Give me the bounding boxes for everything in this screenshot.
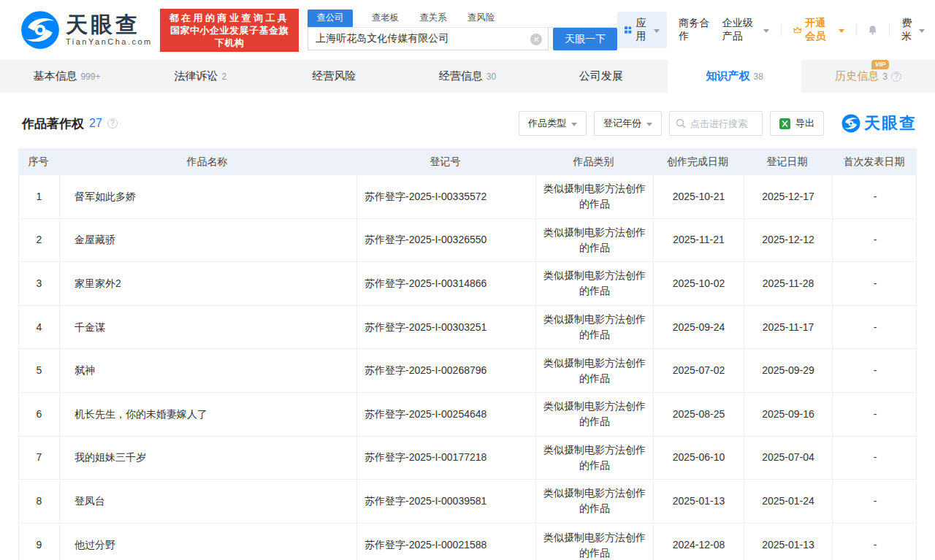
work-type-filter-label: 作品类型 [528,117,566,130]
table-cell: - [832,393,917,436]
table-cell: 3 [19,262,59,305]
excel-export-icon [779,118,790,129]
logo-brand-text: 天眼查 [66,14,153,36]
table-cell: - [832,480,917,523]
search-tab-company[interactable]: 查公司 [308,9,353,27]
table-cell: 2025-09-16 [744,393,832,436]
table-cell: 苏作登字-2025-I-00335572 [356,175,535,218]
user-menu[interactable]: 费米 [901,17,925,43]
tab-label: 基本信息 [33,69,77,83]
notifications-bell-icon[interactable] [868,23,877,37]
tab-operating-info[interactable]: 经营信息 30 [401,60,535,93]
table-row: 6机长先生，你的未婚妻嫁人了苏作登字-2025-I-00254648类似摄制电影… [19,393,916,437]
table-cell: 督军如此多娇 [59,175,356,218]
table-cell: 我的姐妹三千岁 [59,437,356,480]
tab-count: 30 [486,72,496,82]
promo-line-2: 国家中小企业发展子基金旗下机构 [167,24,291,49]
table-cell: 2025-07-04 [744,437,832,480]
tab-company-development[interactable]: 公司发展 [534,60,668,93]
work-type-filter[interactable]: 作品类型 [519,111,587,136]
table-cell: 苏作登字-2025-I-00314866 [356,262,535,305]
table-cell: 苏作登字-2025-I-00039581 [356,480,535,523]
watermark-logo: 天眼查 [842,112,917,134]
table-cell: 8 [19,480,59,523]
tab-label: 法律诉讼 [174,69,218,83]
search-button[interactable]: 天眼一下 [553,28,617,50]
apps-grid-icon [625,25,631,35]
section-count: 27 [89,117,102,130]
table-cell: 2024-12-08 [653,523,744,560]
tab-intellectual-property[interactable]: 知识产权 38 [668,60,801,93]
vip-membership-link[interactable]: 开通会员 [793,17,844,43]
main-content: 作品著作权 27 作品类型 登记年份 [0,110,935,560]
table-cell: 类似摄制电影方法创作的作品 [535,437,653,480]
table-row: 3家里家外2苏作登字-2025-I-00314866类似摄制电影方法创作的作品2… [19,262,916,306]
search-tab-boss[interactable]: 查老板 [370,9,401,27]
crown-icon [793,26,802,35]
tab-label: 经营风险 [312,69,356,83]
tab-count: 999+ [80,72,100,82]
tianyancha-logo-icon [20,10,60,50]
table-cell: 他过分野 [59,523,356,560]
table-cell: - [832,262,917,305]
table-cell: - [832,523,917,560]
table-cell: 类似摄制电影方法创作的作品 [535,175,653,218]
export-label: 导出 [795,117,814,130]
table-cell: 2025-11-17 [744,306,832,349]
table-cell: 2025-12-17 [744,175,832,218]
table-cell: 9 [19,523,59,560]
column-header: 登记日期 [743,148,831,175]
tab-label: 经营信息 [439,69,483,83]
top-nav: 应用 商务合作 企业级产品 开通会员 费米 [617,12,925,48]
apps-label: 应用 [636,17,650,43]
table-cell: 2025-06-10 [653,437,744,480]
table-cell: 2025-01-13 [653,480,744,523]
table-cell: 6 [19,393,59,436]
help-icon[interactable] [107,118,118,129]
chevron-down-icon [654,29,660,33]
enterprise-products-label: 企业级产品 [722,17,760,43]
tab-basic-info[interactable]: 基本信息 999+ [0,60,134,93]
table-cell: 苏作登字-2025-I-00303251 [356,306,535,349]
table-cell: - [832,306,917,349]
tab-legal-proceedings[interactable]: 法律诉讼 2 [134,60,267,93]
table-cell: 类似摄制电影方法创作的作品 [535,523,653,560]
table-cell: 类似摄制电影方法创作的作品 [535,349,653,392]
table-cell: 登凤台 [59,480,356,523]
enterprise-products-link[interactable]: 企业级产品 [722,17,769,43]
help-icon[interactable] [891,72,901,82]
nav-divider [781,24,782,36]
tab-history-info[interactable]: 历史信息 VIP 3 [801,60,935,93]
tab-count: 3 [882,72,888,82]
search-tab-risk[interactable]: 查风险 [466,9,497,27]
tianyancha-logo[interactable]: 天眼查 TianYanCha.com [20,10,153,50]
table-cell: 2025-01-24 [744,480,832,523]
table-cell: 类似摄制电影方法创作的作品 [535,262,653,305]
tab-operating-risk[interactable]: 经营风险 [267,60,401,93]
table-cell: 2025-09-24 [653,306,744,349]
table-search-box[interactable] [669,111,763,136]
table-row: 8登凤台苏作登字-2025-I-00039581类似摄制电影方法创作的作品202… [19,480,916,523]
column-header: 创作完成日期 [652,148,743,175]
watermark-text: 天眼查 [864,112,917,134]
table-cell: 2 [19,219,59,262]
table-row: 2金屋藏骄苏作登字-2025-I-00326550类似摄制电影方法创作的作品20… [19,219,916,263]
table-search-input[interactable] [690,118,756,129]
logo-domain-text: TianYanCha.com [66,37,153,46]
search-tabs: 查公司 查老板 查关系 查风险 [308,9,617,28]
apps-button[interactable]: 应用 [617,12,667,48]
table-cell: 千金谋 [59,306,356,349]
table-cell: - [832,437,917,480]
table-cell: 1 [19,175,59,218]
vip-badge: VIP [871,60,890,69]
table-cell: 2025-10-21 [653,175,744,218]
table-row: 5弑神苏作登字-2025-I-00268796类似摄制电影方法创作的作品2025… [19,349,916,393]
reg-year-filter[interactable]: 登记年份 [594,111,662,136]
business-coop-link[interactable]: 商务合作 [679,17,710,43]
search-tab-relations[interactable]: 查关系 [418,9,449,27]
export-button[interactable]: 导出 [770,111,824,136]
chevron-down-icon [919,29,925,33]
top-header: 天眼查 TianYanCha.com 都在用的商业查询工具 国家中小企业发展子基… [0,0,935,60]
tab-label: 历史信息 [835,69,879,82]
company-search-input[interactable] [308,28,549,50]
